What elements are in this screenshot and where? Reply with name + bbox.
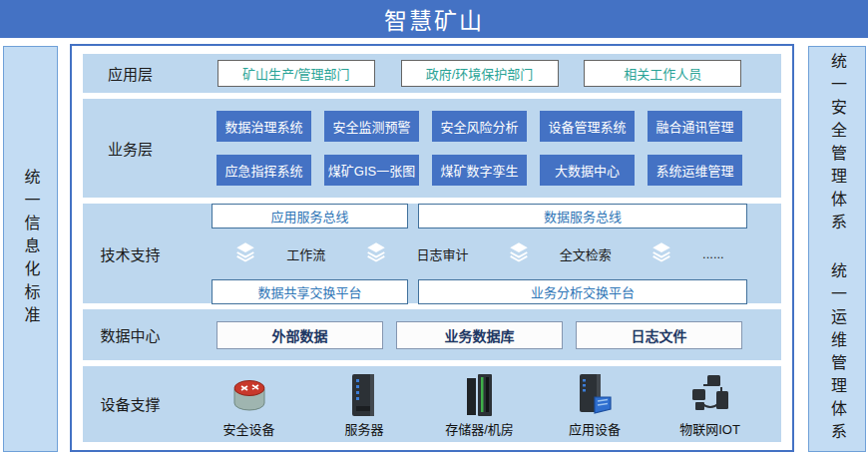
layer-application: 应用层 矿山生产/管理部门 政府/环境保护部门 相关工作人员 [83,54,781,93]
tech-item-label: 日志审计 [417,244,469,263]
tech-item-more: ...... [651,241,724,266]
left-pillar-label: 统一信息化标准 [23,169,39,329]
architecture-frame: 应用层 矿山生产/管理部门 政府/环境保护部门 相关工作人员 业务层 数据治理系… [70,44,794,452]
storage-rack-icon [463,370,497,417]
layers-icon [508,241,530,266]
tech-item-label: ...... [702,246,724,261]
tech-item-label: 全文检索 [560,244,612,263]
device-item-label: 物联网IOT [679,419,740,438]
layers-icon [365,241,387,266]
biz-btn-digital-twin[interactable]: 煤矿数字孪生 [432,155,527,186]
title-banner: 智慧矿山 [0,0,868,38]
business-row-2: 应急指挥系统 煤矿GIS一张图 煤矿数字孪生 大数据中心 系统运维管理 [217,155,742,186]
device-item-storage: 存储器/机房 [430,370,530,438]
tech-item-workflow: 工作流 [234,241,325,266]
device-item-label: 应用设备 [569,419,621,438]
tech-box-data-share-platform[interactable]: 数据共享交换平台 [212,279,408,304]
smart-mine-architecture-diagram: 智慧矿山 统一信息化标准 统一安全管理体系统一运维管理体系 应用层 矿山生产/管… [0,0,868,456]
layers-icon [234,241,256,266]
page-title: 智慧矿山 [384,2,484,36]
app-box-mine-production-dept[interactable]: 矿山生产/管理部门 [217,60,375,87]
layer-tech-content: 应用服务总线 数据服务总线 工作流 日志审计 全文检索 [178,204,781,303]
tech-item-label: 工作流 [286,244,325,263]
device-item-iot: 物联网IOT [660,370,760,438]
tech-platform-row: 数据共享交换平台 业务分析交换平台 [178,279,781,304]
right-pillar-labels: 统一安全管理体系统一运维管理体系 [829,53,845,446]
layer-tech-label: 技术支持 [83,204,178,303]
layer-application-label: 应用层 [83,54,178,93]
right-pillar-label-security: 统一安全管理体系 [829,53,846,236]
device-item-label: 存储器/机房 [445,419,514,438]
layer-device-support: 设备支撑 安全设备 [83,366,781,442]
app-box-related-staff[interactable]: 相关工作人员 [584,60,741,87]
device-item-label: 服务器 [344,419,383,438]
layer-tech-support: 技术支持 应用服务总线 数据服务总线 工作流 日志审计 [83,204,781,303]
security-device-icon [226,370,272,417]
layer-device-label: 设备支撑 [83,366,178,442]
tech-bus-row: 应用服务总线 数据服务总线 [178,204,781,228]
layer-device-content: 安全设备 服务器 [178,366,781,442]
biz-btn-comm-mgmt[interactable]: 融合通讯管理 [648,111,742,142]
layer-application-content: 矿山生产/管理部门 政府/环境保护部门 相关工作人员 [178,54,781,93]
device-item-label: 安全设备 [222,419,274,438]
app-box-government-env-dept[interactable]: 政府/环境保护部门 [401,60,559,87]
right-pillar-label-ops: 统一运维管理体系 [829,262,846,446]
biz-btn-equipment-mgmt[interactable]: 设备管理系统 [540,111,635,142]
tech-item-log-audit: 日志审计 [365,241,469,266]
data-box-log-files[interactable]: 日志文件 [576,321,742,349]
tech-box-app-service-bus[interactable]: 应用服务总线 [212,204,408,228]
layer-data-center: 数据中心 外部数据 业务数据库 日志文件 [83,309,781,359]
layers-icon [651,241,672,266]
layer-data-label: 数据中心 [83,309,178,359]
biz-btn-emergency-command[interactable]: 应急指挥系统 [217,155,311,186]
server-icon [347,370,381,417]
tech-box-business-analysis-platform[interactable]: 业务分析交换平台 [418,279,747,304]
right-pillar-management-systems: 统一安全管理体系统一运维管理体系 [808,46,866,452]
tech-middleware-row: 工作流 日志审计 全文检索 ...... [178,241,781,266]
device-item-app-device: 应用设备 [545,370,645,438]
left-pillar-unified-info-standard: 统一信息化标准 [3,46,58,452]
device-item-server: 服务器 [314,370,414,438]
tech-box-data-service-bus[interactable]: 数据服务总线 [418,204,747,228]
app-device-icon [575,370,615,417]
biz-btn-risk-analysis[interactable]: 安全风险分析 [432,111,527,142]
business-row-1: 数据治理系统 安全监测预警 安全风险分析 设备管理系统 融合通讯管理 [217,111,742,142]
data-box-external-data[interactable]: 外部数据 [217,321,383,349]
iot-network-icon [687,370,733,417]
layer-business-label: 业务层 [83,99,178,199]
layer-business-content: 数据治理系统 安全监测预警 安全风险分析 设备管理系统 融合通讯管理 应急指挥系… [178,99,781,199]
data-box-business-database[interactable]: 业务数据库 [396,321,563,349]
biz-btn-safety-monitoring[interactable]: 安全监测预警 [324,111,419,142]
device-item-security: 安全设备 [200,370,299,438]
tech-item-fulltext-search: 全文检索 [508,241,612,266]
layer-business: 业务层 数据治理系统 安全监测预警 安全风险分析 设备管理系统 融合通讯管理 应… [83,99,781,199]
biz-btn-data-governance[interactable]: 数据治理系统 [217,111,311,142]
layer-data-content: 外部数据 业务数据库 日志文件 [178,309,781,359]
biz-btn-big-data-center[interactable]: 大数据中心 [540,155,635,186]
biz-btn-gis-one-map[interactable]: 煤矿GIS一张图 [324,155,419,186]
biz-btn-system-ops[interactable]: 系统运维管理 [648,155,742,186]
